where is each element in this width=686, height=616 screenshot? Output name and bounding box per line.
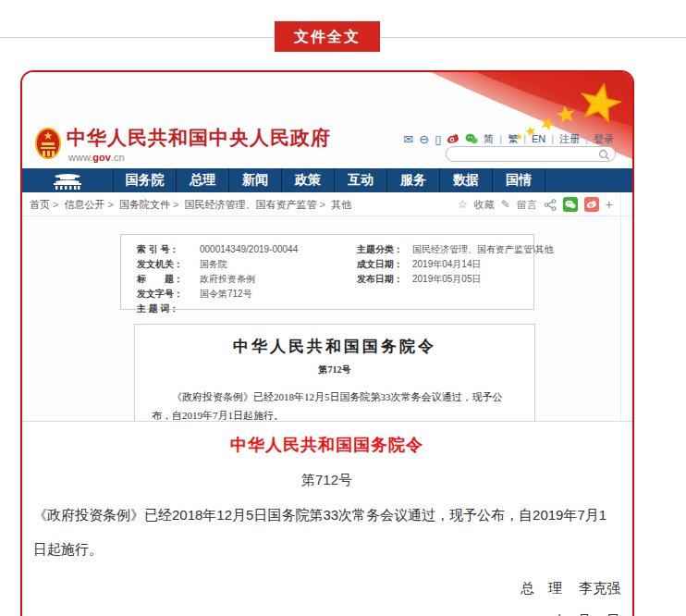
breadcrumb-state-council-docs[interactable]: 国务院文件 [119, 199, 170, 210]
nav-item-premier[interactable]: 总理 [176, 168, 228, 192]
link-separator: | [523, 133, 526, 144]
decree-number: 第712号 [33, 472, 620, 489]
meta-label: 发布日期： [357, 272, 412, 287]
login-link[interactable]: 登录 [594, 132, 614, 146]
lang-traditional-link[interactable]: 繁 [508, 132, 518, 146]
breadcrumb-other[interactable]: 其他 [331, 199, 351, 210]
metadata-left-column: 索 引 号：000014349/2019-00044 发文机关：国务院 标 题：… [137, 242, 298, 316]
meta-label: 主 题 词： [137, 302, 200, 316]
meta-row-title: 标 题：政府投资条例 [137, 272, 298, 287]
meta-row-date-written: 成文日期：2019年04月14日 [357, 257, 554, 272]
govcn-screenshot: 中华人民共和国中央人民政府 www.gov.cn ✉ ⊖ ▯ 简| 繁| EN| [22, 72, 632, 422]
favorite-star-icon[interactable]: ☆ [458, 198, 468, 211]
meta-row-subject-category: 主题分类：国民经济管理、国有资产监管\其他 [357, 242, 554, 257]
breadcrumb-separator: > [53, 199, 58, 210]
content-right-border [620, 193, 621, 422]
document-full-text: 中华人民共和国国务院令 第712号 《政府投资条例》已经2018年12月5日国务… [22, 434, 632, 616]
meta-label: 成文日期： [357, 257, 412, 272]
nav-item-state-council[interactable]: 国务院 [113, 168, 176, 192]
breadcrumb-info-disclosure[interactable]: 信息公开 [65, 199, 105, 210]
document-preview: 中华人民共和国国务院令 第712号 《政府投资条例》已经2018年12月5日国务… [134, 324, 535, 422]
decree-title: 中华人民共和国国务院令 [33, 434, 620, 456]
meta-value: 国民经济管理、国有资产监管\其他 [412, 242, 554, 257]
decree-body: 《政府投资条例》已经2018年12月5日国务院第33次常务会议通过，现予公布，自… [33, 498, 620, 566]
tab-full-text[interactable]: 文件全文 [275, 21, 380, 52]
page-actions: ☆ 收藏 ✎ 留言 [458, 192, 613, 216]
search-icon[interactable] [598, 149, 610, 161]
nav-item-interact[interactable]: 互动 [334, 168, 386, 192]
lang-english-link[interactable]: EN [532, 133, 545, 144]
comment-pen-icon[interactable]: ✎ [501, 198, 510, 211]
nav-item-data[interactable]: 数据 [439, 168, 492, 192]
meta-row-keywords: 主 题 词： [137, 302, 298, 316]
mail-icon[interactable]: ✉ [403, 133, 413, 145]
more-share-plus-icon[interactable]: + [606, 197, 613, 212]
nav-item-services[interactable]: 服务 [386, 168, 439, 192]
document-metadata-table: 索 引 号：000014349/2019-00044 发文机关：国务院 标 题：… [120, 234, 534, 310]
meta-value: 国务院 [200, 257, 227, 272]
decree-date: 2019年4月14日 [33, 612, 620, 616]
preview-decree-body: 《政府投资条例》已经2018年12月5日国务院第33次常务会议通过，现予公布，自… [152, 388, 518, 422]
meta-value: 000014349/2019-00044 [200, 242, 298, 257]
accessibility-icon[interactable]: ⊖ [419, 133, 429, 145]
favorite-label[interactable]: 收藏 [474, 198, 495, 212]
metadata-right-column: 主题分类：国民经济管理、国有资产监管\其他 成文日期：2019年04月14日 发… [357, 242, 554, 287]
nav-filler [545, 168, 632, 192]
link-separator: | [499, 133, 502, 144]
search-input[interactable] [446, 146, 616, 162]
national-emblem-icon [35, 128, 61, 163]
meta-row-date-published: 发布日期：2019年05月05日 [357, 272, 554, 287]
site-url-suffix: .cn [111, 152, 125, 163]
meta-value: 2019年04月14日 [412, 257, 482, 272]
page: 文件全文 [0, 0, 686, 616]
breadcrumb-separator: > [320, 199, 325, 210]
site-url-gov: gov [92, 152, 111, 163]
nav-item-policy[interactable]: 政策 [281, 168, 334, 192]
meta-value: 政府投资条例 [200, 272, 255, 287]
decree-signature: 总 理李克强 [33, 580, 620, 598]
share-icon[interactable] [544, 199, 557, 211]
meta-value: 国令第712号 [200, 287, 252, 302]
breadcrumb-separator: > [173, 199, 178, 210]
document-frame: 中华人民共和国中央人民政府 www.gov.cn ✉ ⊖ ▯ 简| 繁| EN| [20, 70, 634, 616]
breadcrumb: 首页> 信息公开> 国务院文件> 国民经济管理、国有资产监管> 其他 [30, 192, 351, 216]
meta-label: 索 引 号： [137, 242, 200, 257]
site-title[interactable]: 中华人民共和国中央人民政府 [67, 125, 331, 151]
breadcrumb-home[interactable]: 首页 [30, 199, 50, 210]
main-nav: 国务院 总理 新闻 政策 互动 服务 数据 国情 [22, 168, 632, 192]
breadcrumb-separator: > [108, 199, 114, 210]
wechat-icon[interactable] [465, 133, 478, 144]
site-url[interactable]: www.gov.cn [68, 152, 125, 163]
mobile-icon[interactable]: ▯ [435, 133, 441, 145]
comment-label[interactable]: 留言 [517, 198, 537, 212]
utility-bar: ✉ ⊖ ▯ 简| 繁| EN| 注册| 登录 [403, 130, 614, 147]
weibo-icon[interactable] [447, 133, 459, 144]
preview-decree-title: 中华人民共和国国务院令 [135, 336, 534, 357]
breadcrumb-category[interactable]: 国民经济管理、国有资产监管 [185, 199, 317, 210]
preview-decree-number: 第712号 [135, 363, 534, 376]
share-weibo-icon[interactable] [584, 197, 599, 212]
meta-label: 发文机关： [137, 257, 200, 272]
nav-item-national[interactable]: 国情 [492, 168, 545, 192]
share-wechat-icon[interactable] [563, 197, 578, 212]
meta-label: 发文字号： [137, 287, 200, 302]
meta-row-index-number: 索 引 号：000014349/2019-00044 [137, 242, 298, 257]
link-separator: | [585, 133, 588, 144]
meta-row-issuing-agency: 发文机关：国务院 [137, 257, 298, 272]
register-link[interactable]: 注册 [559, 132, 580, 146]
meta-label: 标 题： [137, 272, 200, 287]
meta-value: 2019年05月05日 [412, 272, 482, 287]
link-separator: | [551, 133, 554, 144]
breadcrumb-row: 首页> 信息公开> 国务院文件> 国民经济管理、国有资产监管> 其他 ☆ 收藏 … [22, 192, 632, 216]
meta-row-document-number: 发文字号：国令第712号 [137, 287, 298, 302]
lang-simplified-link[interactable]: 简 [484, 132, 494, 146]
site-url-prefix: www. [68, 152, 92, 163]
nav-item-news[interactable]: 新闻 [228, 168, 281, 192]
signer-name: 李克强 [579, 580, 620, 596]
nav-home-tiananmen-icon[interactable] [22, 168, 113, 192]
meta-label: 主题分类： [357, 242, 412, 257]
signer-title: 总 理 [521, 580, 562, 596]
